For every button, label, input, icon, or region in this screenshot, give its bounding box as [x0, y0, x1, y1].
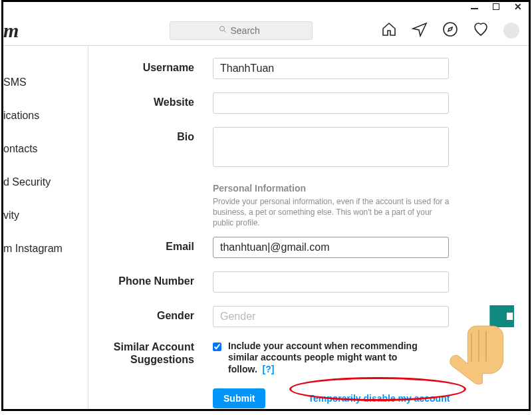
sidebar-item-instagram[interactable]: m Instagram: [3, 232, 88, 265]
email-label: Email: [103, 237, 213, 253]
email-input[interactable]: [213, 237, 449, 258]
personal-info-heading: Personal Information: [213, 183, 514, 194]
svg-point-0: [219, 27, 224, 31]
bio-label: Bio: [103, 127, 213, 143]
svg-point-2: [444, 23, 457, 36]
username-label: Username: [103, 58, 213, 74]
top-nav: m: [3, 15, 529, 46]
search-icon: [219, 25, 227, 35]
profile-avatar[interactable]: [503, 23, 519, 39]
window-close-button[interactable]: ✕: [514, 3, 522, 10]
activity-icon[interactable]: [473, 21, 489, 40]
phone-input[interactable]: [213, 271, 449, 293]
similar-suggestions-checkbox[interactable]: [213, 343, 221, 351]
sidebar-item-contacts[interactable]: ontacts: [3, 132, 88, 166]
explore-icon[interactable]: [442, 21, 458, 40]
username-input[interactable]: [213, 58, 449, 79]
phone-label: Phone Number: [103, 271, 213, 287]
home-icon[interactable]: [381, 21, 397, 40]
sidebar-item-security[interactable]: d Security: [3, 166, 88, 199]
search-box[interactable]: [170, 21, 313, 40]
window-titlebar: ✕: [3, 2, 529, 15]
sidebar-item-activity[interactable]: vity: [3, 199, 88, 232]
similar-label-line1: Similar Account: [114, 341, 194, 352]
logo: m: [3, 19, 23, 42]
settings-form: Username Website Bio: [88, 46, 529, 409]
sidebar-item-notifications[interactable]: ications: [3, 99, 88, 132]
submit-button[interactable]: Submit: [213, 388, 265, 408]
similar-help-link[interactable]: [?]: [263, 364, 275, 374]
website-label: Website: [103, 92, 213, 108]
website-input[interactable]: [213, 92, 449, 114]
svg-line-1: [223, 31, 225, 33]
window-minimize-button[interactable]: [471, 8, 478, 9]
settings-sidebar: SMS ications ontacts d Security vity m I…: [3, 46, 88, 409]
similar-suggestions-desc: Include your account when recommending s…: [228, 341, 419, 376]
sidebar-item-sms[interactable]: SMS: [3, 66, 88, 99]
search-input[interactable]: [231, 25, 264, 36]
window-maximize-button[interactable]: [493, 3, 499, 10]
gender-input[interactable]: [213, 306, 449, 327]
temporarily-disable-account-link[interactable]: Temporarily disable my account: [308, 393, 450, 404]
messages-icon[interactable]: [412, 21, 428, 40]
personal-info-desc: Provide your personal information, even …: [213, 196, 452, 229]
gender-label: Gender: [103, 306, 213, 322]
bio-input[interactable]: [213, 127, 449, 167]
similar-label-line2: Suggestions: [130, 354, 194, 365]
